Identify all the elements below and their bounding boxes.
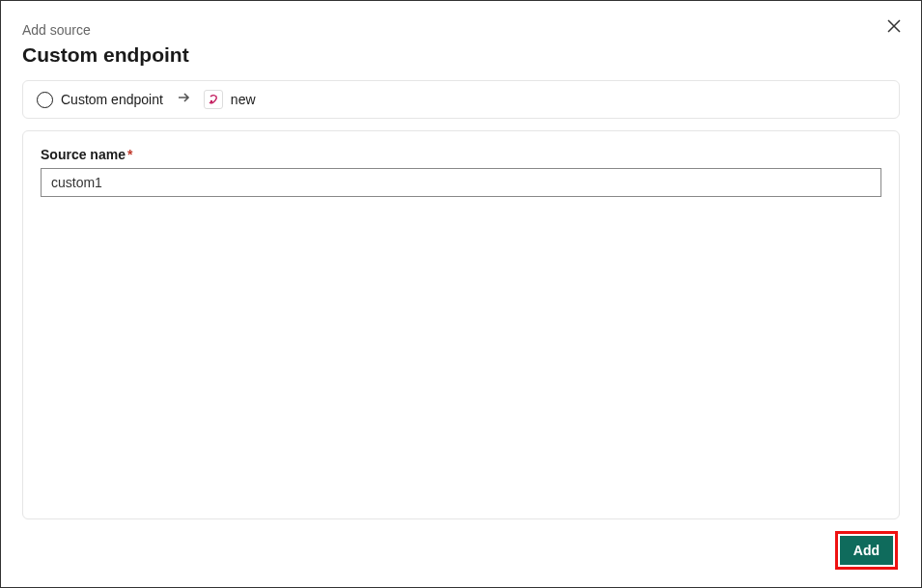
form-card: Source name* xyxy=(22,130,900,519)
dialog-container: Add source Custom endpoint Custom endpoi… xyxy=(1,1,921,587)
breadcrumb-step-1-label: Custom endpoint xyxy=(61,92,163,107)
close-button[interactable] xyxy=(884,16,904,36)
svg-point-0 xyxy=(210,100,212,102)
add-button[interactable]: Add xyxy=(840,536,893,565)
breadcrumb-step-1[interactable]: Custom endpoint xyxy=(37,92,163,108)
endpoint-icon xyxy=(204,90,223,109)
required-indicator: * xyxy=(127,147,132,162)
arrow-right-icon xyxy=(177,91,190,108)
circle-icon xyxy=(37,92,53,108)
dialog-footer: Add xyxy=(22,531,900,577)
dialog-subtitle: Add source xyxy=(22,22,900,38)
breadcrumb-step-2-label: new xyxy=(231,92,256,107)
dialog-title: Custom endpoint xyxy=(22,43,900,67)
breadcrumb-step-2[interactable]: new xyxy=(204,90,256,109)
add-button-highlight: Add xyxy=(835,531,898,570)
source-name-input[interactable] xyxy=(41,168,881,197)
source-name-label: Source name* xyxy=(41,147,881,162)
breadcrumb: Custom endpoint new xyxy=(22,80,900,119)
close-icon xyxy=(886,18,902,34)
